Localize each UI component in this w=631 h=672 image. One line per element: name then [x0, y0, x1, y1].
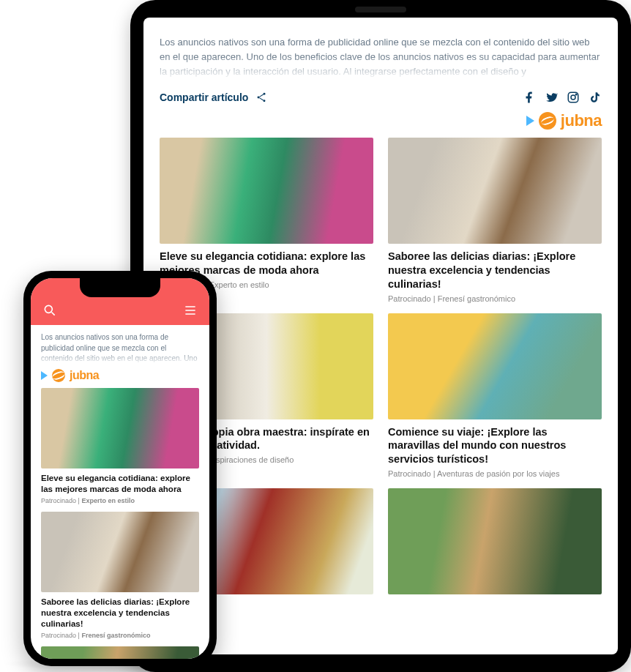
social-icons	[523, 91, 602, 104]
ad-thumb	[160, 138, 373, 244]
phone-notch	[80, 278, 160, 297]
phone-device: Los anuncios nativos son una forma de pu…	[23, 271, 217, 666]
ad-source: Aventuras de pasión por los viajes	[437, 469, 559, 478]
ad-grid: Eleve su elegancia cotidiana: explore la…	[160, 138, 602, 594]
svg-point-0	[264, 93, 266, 95]
share-button[interactable]: Compartir artículo	[160, 92, 267, 103]
ad-thumb	[388, 313, 602, 419]
svg-point-4	[571, 95, 575, 100]
ad-card-travel[interactable]: Comience su viaje: ¡Explore las maravill…	[388, 313, 602, 479]
ad-sponsor: Patrocinado	[388, 469, 431, 478]
ad-source: Experto en estilo	[81, 497, 135, 504]
tablet-camera	[355, 7, 406, 12]
tiktok-icon[interactable]	[589, 91, 602, 104]
ad-card-people[interactable]	[388, 488, 602, 594]
ad-meta: Patrocinado | Frenesí gastronómico	[388, 294, 602, 303]
article-excerpt: Los anuncios nativos son una forma de pu…	[160, 35, 602, 81]
ad-thumb	[41, 646, 199, 659]
ad-meta: Patrocinado | Frenesí gastronómico	[41, 632, 199, 639]
ad-sponsor: Patrocinado	[41, 632, 76, 639]
brand-row: jubna	[41, 369, 199, 382]
ad-source: Frenesí gastronómico	[438, 294, 515, 303]
ad-card-fashion[interactable]: Eleve su elegancia cotidiana: explore la…	[41, 388, 199, 504]
ad-source: Inspiraciones de diseño	[209, 455, 294, 464]
globe-icon	[539, 112, 556, 130]
jubna-logo[interactable]: jubna	[52, 369, 99, 382]
ad-title: Saboree las delicias diarias: ¡Explore n…	[388, 250, 602, 291]
instagram-icon[interactable]	[567, 91, 580, 104]
svg-point-1	[258, 97, 260, 99]
ad-card-chef[interactable]: Saboree las delicias diarias: ¡Explore n…	[388, 138, 602, 303]
ad-title: Saboree las delicias diarias: ¡Explore n…	[41, 597, 199, 630]
ad-thumb	[388, 138, 602, 244]
ad-source: Frenesí gastronómico	[81, 632, 150, 639]
adchoices-icon[interactable]	[41, 371, 48, 380]
search-icon[interactable]	[42, 303, 57, 318]
twitter-icon[interactable]	[545, 91, 558, 104]
share-icon	[255, 92, 267, 103]
ad-thumb	[388, 488, 602, 594]
menu-icon[interactable]	[183, 303, 198, 318]
facebook-icon[interactable]	[523, 91, 536, 104]
ad-card-chef[interactable]: Saboree las delicias diarias: ¡Explore n…	[41, 512, 199, 639]
ad-title: Comience su viaje: ¡Explore las maravill…	[388, 425, 602, 467]
ad-card-people[interactable]	[41, 646, 199, 659]
ad-meta: Patrocinado | Experto en estilo	[41, 497, 199, 504]
svg-point-6	[45, 305, 52, 313]
jubna-logo[interactable]: jubna	[539, 111, 602, 130]
ad-sponsor: Patrocinado	[388, 294, 431, 303]
article-text: Los anuncios nativos son una forma de pu…	[160, 35, 602, 79]
brand-name: jubna	[70, 369, 99, 382]
ad-source: Experto en estilo	[209, 280, 269, 289]
brand-name: jubna	[561, 111, 602, 130]
svg-point-2	[264, 100, 266, 102]
ad-sponsor: Patrocinado	[41, 497, 76, 504]
brand-row: jubna	[160, 111, 602, 130]
phone-body: Los anuncios nativos son una forma de pu…	[31, 325, 209, 659]
share-row: Compartir artículo	[160, 91, 602, 104]
ad-thumb	[41, 512, 199, 592]
ad-thumb	[41, 388, 199, 468]
svg-point-5	[575, 94, 577, 95]
globe-icon	[52, 369, 65, 382]
phone-screen: Los anuncios nativos son una forma de pu…	[31, 278, 209, 659]
share-label: Compartir artículo	[160, 92, 248, 103]
article-excerpt: Los anuncios nativos son una forma de pu…	[41, 332, 199, 365]
adchoices-icon[interactable]	[526, 116, 534, 126]
ad-meta: Patrocinado | Aventuras de pasión por lo…	[388, 469, 602, 478]
article-text: Los anuncios nativos son una forma de pu…	[41, 333, 197, 365]
ad-title: Eleve su elegancia cotidiana: explore la…	[41, 473, 199, 495]
